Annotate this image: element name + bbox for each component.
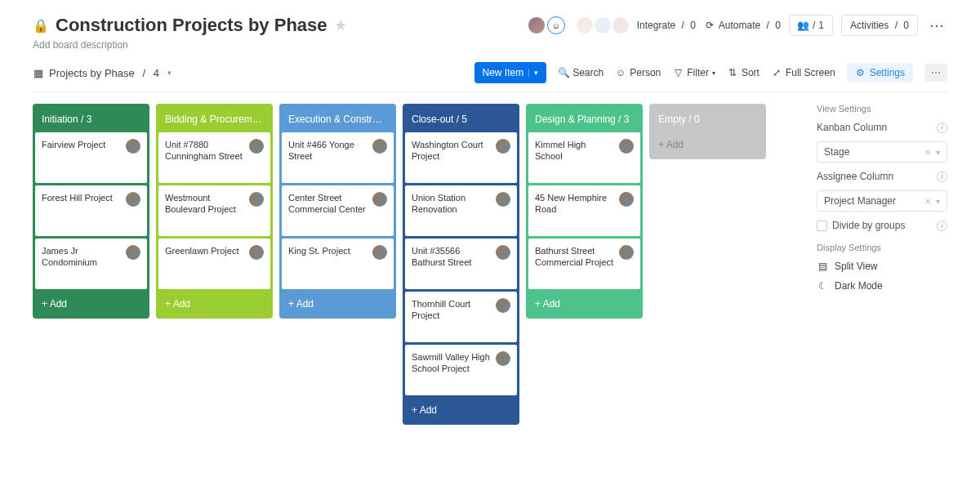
kanban-card[interactable]: 45 New Hemphire Road: [528, 185, 640, 236]
add-card-button[interactable]: + Add: [158, 292, 270, 316]
kanban-column: Execution & Constructio...Unit #466 Yong…: [279, 104, 396, 319]
assignee-avatar[interactable]: [496, 139, 510, 154]
info-icon[interactable]: i: [937, 221, 947, 231]
automate-button[interactable]: ⟳ Automate / 0: [704, 20, 781, 31]
column-header[interactable]: Execution & Constructio...: [282, 106, 394, 130]
kanban-column: Initiation / 3Fairview ProjectForest Hil…: [33, 104, 149, 319]
avatar: [528, 16, 546, 34]
add-card-button[interactable]: + Add: [405, 398, 517, 422]
sort-button[interactable]: ⇅Sort: [727, 67, 760, 78]
column-header[interactable]: Bidding & Procurement / 3: [158, 106, 270, 130]
kanban-card[interactable]: Forest Hill Project: [35, 185, 147, 236]
person-filter-button[interactable]: ☺Person: [615, 67, 661, 78]
kanban-card[interactable]: King St. Project: [282, 239, 394, 289]
column-header[interactable]: Initiation / 3: [35, 106, 147, 130]
assignee-avatar[interactable]: [249, 139, 264, 154]
card-title: Greenlawn Project: [165, 245, 246, 256]
kanban-column-label: Kanban Column: [817, 122, 887, 133]
member-avatars[interactable]: ☺: [528, 16, 565, 34]
card-title: Union Station Renovation: [412, 192, 492, 216]
column-header[interactable]: Design & Planning / 3: [528, 106, 640, 130]
assignee-avatar[interactable]: [126, 245, 140, 260]
assignee-avatar[interactable]: [619, 139, 634, 154]
activities-button[interactable]: Activities / 0: [841, 15, 918, 36]
split-view-toggle[interactable]: ▤ Split View: [817, 261, 947, 272]
kanban-card[interactable]: Westmount Boulevard Project: [158, 185, 270, 236]
assignee-avatar[interactable]: [249, 245, 264, 260]
add-card-button[interactable]: + Add: [35, 292, 147, 316]
card-title: Unit #466 Yonge Street: [288, 139, 369, 163]
integrate-count: 0: [690, 20, 696, 31]
clear-icon[interactable]: ✕: [924, 197, 931, 206]
add-card-button[interactable]: + Add: [652, 132, 764, 157]
assignee-avatar[interactable]: [496, 192, 510, 207]
kanban-card[interactable]: Thornhill Court Project: [405, 292, 517, 342]
dark-mode-toggle[interactable]: ☾ Dark Mode: [817, 280, 947, 292]
add-card-button[interactable]: + Add: [282, 292, 394, 316]
board-description[interactable]: Add board description: [33, 39, 347, 51]
assignee-avatar[interactable]: [496, 245, 510, 260]
lock-icon: 🔒: [33, 18, 49, 33]
kanban-card[interactable]: Unit #7880 Cunningham Street: [158, 132, 270, 183]
assignee-avatar[interactable]: [372, 245, 387, 260]
column-header[interactable]: Empty / 0: [652, 106, 764, 130]
settings-button[interactable]: ⚙Settings: [847, 63, 913, 82]
assignee-avatar[interactable]: [126, 192, 140, 207]
add-card-button[interactable]: + Add: [528, 292, 640, 316]
assignee-avatar[interactable]: [372, 192, 387, 207]
split-icon: ▤: [817, 261, 828, 272]
board-title[interactable]: Construction Projects by Phase: [56, 15, 327, 36]
view-count: 4: [154, 67, 159, 79]
assignee-avatar[interactable]: [496, 298, 510, 313]
more-menu-icon[interactable]: ⋯: [926, 16, 947, 34]
person-icon: ☺: [615, 67, 626, 78]
kanban-board: Initiation / 3Fairview ProjectForest Hil…: [33, 104, 805, 425]
assignee-column-select[interactable]: Project Manager ✕▾: [817, 190, 947, 212]
kanban-card[interactable]: James Jr Condominium: [35, 239, 147, 289]
kanban-card[interactable]: Kimmel High School: [528, 132, 640, 183]
assignee-avatar[interactable]: [619, 245, 634, 260]
kanban-card[interactable]: Center Street Commercial Center: [282, 185, 394, 236]
assignee-avatar[interactable]: [496, 351, 510, 366]
fullscreen-button[interactable]: ⤢Full Screen: [771, 67, 835, 78]
activities-count: 0: [903, 20, 909, 31]
integrate-button[interactable]: Integrate / 0: [637, 20, 696, 31]
kanban-card[interactable]: Washington Court Project: [405, 132, 517, 183]
assignee-avatar[interactable]: [249, 192, 264, 207]
assignee-avatar[interactable]: [619, 192, 634, 207]
assignee-avatar[interactable]: [372, 139, 387, 154]
kanban-icon: ▦: [33, 67, 44, 78]
assignee-avatar[interactable]: [126, 139, 140, 154]
kanban-card[interactable]: Union Station Renovation: [405, 185, 517, 236]
divide-groups-checkbox[interactable]: [817, 221, 827, 231]
view-switcher[interactable]: ▦ Projects by Phase / 4 ▾: [33, 67, 172, 79]
kanban-card[interactable]: Bathurst Street Commercial Project: [528, 239, 640, 289]
column-header[interactable]: Close-out / 5: [405, 106, 517, 130]
kanban-card[interactable]: Unit #466 Yonge Street: [282, 132, 394, 183]
members-button[interactable]: 👥/ 1: [789, 15, 833, 36]
kanban-column-select[interactable]: Stage ✕▾: [817, 141, 947, 163]
star-icon[interactable]: ★: [334, 16, 347, 34]
more-tools-icon[interactable]: ⋯: [924, 64, 947, 82]
kanban-card[interactable]: Fairview Project: [35, 132, 147, 183]
kanban-card[interactable]: Unit #35566 Bathurst Street: [405, 239, 517, 289]
card-title: Bathurst Street Commercial Project: [535, 245, 616, 269]
kanban-card[interactable]: Sawmill Valley High School Project: [405, 345, 517, 395]
integration-icons[interactable]: [577, 17, 629, 33]
kanban-column: Bidding & Procurement / 3Unit #7880 Cunn…: [156, 104, 273, 319]
view-settings-heading: View Settings: [817, 104, 947, 114]
kanban-column: Design & Planning / 3Kimmel High School4…: [526, 104, 643, 319]
card-title: Thornhill Court Project: [412, 298, 492, 322]
search-button[interactable]: 🔍Search: [558, 67, 604, 78]
card-title: Unit #7880 Cunningham Street: [165, 139, 246, 163]
app-icon: [595, 17, 611, 33]
kanban-card[interactable]: Greenlawn Project: [158, 239, 270, 289]
search-icon: 🔍: [558, 67, 569, 78]
chevron-down-icon: ▾: [936, 197, 940, 206]
info-icon[interactable]: i: [937, 123, 947, 133]
card-title: Unit #35566 Bathurst Street: [412, 245, 492, 269]
clear-icon[interactable]: ✕: [924, 148, 931, 157]
filter-button[interactable]: ▽Filter▾: [672, 67, 715, 78]
info-icon[interactable]: i: [937, 172, 947, 182]
new-item-button[interactable]: New Item ▾: [474, 62, 547, 83]
